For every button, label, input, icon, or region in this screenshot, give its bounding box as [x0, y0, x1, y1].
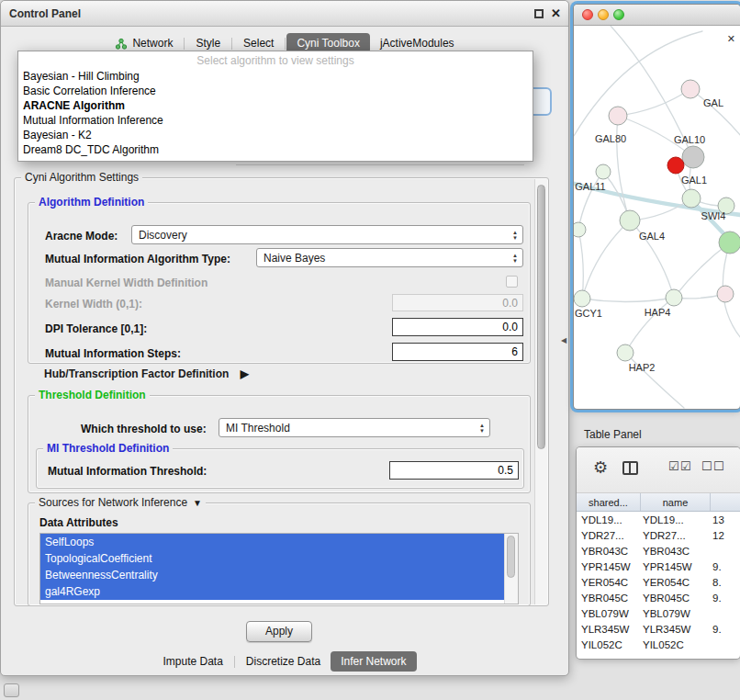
table-row[interactable]: YPR145WYPR145W9.: [577, 559, 740, 574]
minimize-traffic-light[interactable]: [598, 9, 609, 20]
mi-steps-field[interactable]: 6: [392, 343, 523, 361]
network-window-titlebar[interactable]: [574, 5, 740, 26]
table-cell: YBL079W: [577, 608, 641, 619]
table-row[interactable]: YDL19...YDL19...13: [577, 512, 740, 527]
network-canvas[interactable]: GALGAL80GAL10GAL11GAL1SWI4GAL4GCY1HAP4HA…: [574, 26, 740, 409]
sources-group-title[interactable]: Sources for Network Inference▼: [35, 496, 206, 509]
attribute-item-topologicalcoefficient[interactable]: TopologicalCoefficient: [40, 550, 505, 567]
close-traffic-light[interactable]: [582, 9, 593, 20]
combo-arrows-icon: ▲▼: [479, 423, 485, 434]
attribute-list-scrollbar[interactable]: [504, 534, 518, 604]
attribute-item-gal4rgexp[interactable]: gal4RGexp: [40, 583, 505, 600]
aracne-mode-select[interactable]: Discovery ▲▼: [131, 225, 523, 244]
mi-algorithm-type-select[interactable]: Naive Bayes ▲▼: [256, 248, 523, 267]
algorithm-option-dream8[interactable]: Dream8 DC_TDC Algorithm: [18, 142, 533, 157]
network-node-GAL11[interactable]: [596, 164, 611, 179]
threshold-definition-title: Threshold Definition: [35, 389, 150, 401]
table-cell: 9.: [711, 561, 740, 572]
tab-impute-data[interactable]: Impute Data: [152, 651, 232, 672]
network-node-HAP2[interactable]: [617, 344, 633, 361]
network-node-unnamed-left[interactable]: [574, 222, 586, 237]
column-header-partial[interactable]: [711, 493, 740, 511]
table-cell: YPR145W: [577, 561, 641, 572]
table-row[interactable]: YIL052CYIL052C: [577, 637, 740, 652]
network-node-unnamed-pink[interactable]: [717, 286, 734, 302]
dpi-tolerance-field[interactable]: 0.0: [392, 318, 523, 336]
mi-threshold-field[interactable]: 0.5: [389, 461, 519, 480]
tab-label: Infer Network: [341, 655, 406, 668]
tab-discretize-data[interactable]: Discretize Data: [236, 651, 331, 672]
network-node-GAL-top[interactable]: [681, 80, 700, 98]
table-settings-gear-icon[interactable]: ⚙: [593, 457, 608, 478]
table-cell: YER054C: [641, 577, 711, 588]
table-row[interactable]: YBR045CYBR045C9.: [577, 590, 740, 605]
select-all-columns-icon[interactable]: ☑: [668, 459, 679, 473]
collapse-down-arrow-icon[interactable]: ▼: [193, 498, 202, 508]
table-cell: YBR045C: [577, 593, 641, 604]
hub-transcription-factor-section[interactable]: Hub/Transcription Factor Definition ▶: [44, 367, 249, 380]
close-window-icon[interactable]: ✕: [551, 6, 561, 20]
network-node-unnamed-green[interactable]: [719, 231, 740, 254]
apply-button[interactable]: Apply: [246, 621, 312, 642]
table-row[interactable]: YDR27...YDR27...12: [577, 527, 740, 543]
kernel-width-field[interactable]: 0.0: [392, 294, 523, 311]
network-node-GCY1[interactable]: [574, 290, 590, 307]
table-cell: 9.: [711, 593, 740, 604]
network-edge: [582, 298, 674, 302]
tab-infer-network[interactable]: Infer Network: [331, 651, 416, 672]
algorithm-option-bayesian-k2[interactable]: Bayesian - K2: [18, 128, 533, 142]
network-node-GAL1[interactable]: [682, 189, 701, 208]
float-window-icon[interactable]: [534, 9, 544, 18]
tab-separator: [234, 656, 235, 668]
table-toolbar: ⚙ ☑ ☑ ☐ ☐: [577, 447, 740, 493]
network-node-GAL80[interactable]: [609, 107, 627, 125]
attribute-list-scrollbar-thumb[interactable]: [507, 536, 515, 578]
unselect-all-columns-icon[interactable]: ☐: [701, 459, 712, 473]
network-node-GAL4[interactable]: [620, 210, 640, 231]
expand-right-arrow-icon[interactable]: ▶: [241, 367, 249, 380]
network-node-GAL10[interactable]: [682, 146, 704, 168]
attribute-item-selfloops[interactable]: SelfLoops: [40, 534, 505, 550]
column-header-shared-name[interactable]: shared...: [577, 493, 641, 511]
tab-label: Network: [132, 37, 173, 50]
manual-kernel-width-checkbox[interactable]: [506, 276, 518, 288]
settings-scrollbar[interactable]: [534, 179, 547, 604]
dropdown-placeholder: Select algorithm to view settings: [18, 53, 533, 69]
table-cell: YDR27...: [641, 530, 711, 541]
node-label-HAP4: HAP4: [645, 307, 671, 318]
tab-label: Impute Data: [163, 655, 222, 668]
which-threshold-select[interactable]: MI Threshold ▲▼: [219, 418, 490, 437]
unselect-all-columns-icon-2: ☐: [713, 459, 724, 473]
algorithm-option-basic-correlation[interactable]: Basic Correlation Inference: [18, 84, 533, 98]
column-header-name[interactable]: name: [641, 493, 711, 511]
show-columns-icon[interactable]: [622, 461, 638, 475]
node-label-GAL10: GAL10: [674, 134, 705, 145]
algorithm-option-mutual-information[interactable]: Mutual Information Inference: [18, 113, 533, 128]
settings-group-title: Cyni Algorithm Settings: [21, 171, 142, 184]
network-edge: [625, 298, 674, 353]
settings-scrollbar-thumb[interactable]: [537, 185, 545, 449]
algorithm-option-aracne[interactable]: ARACNE Algorithm: [18, 98, 533, 113]
attribute-item-betweennesscentrality[interactable]: BetweennessCentrality: [40, 567, 505, 583]
algorithm-definition-group: Algorithm Definition Aracne Mode: Discov…: [28, 202, 531, 364]
network-node-HAP4[interactable]: [666, 289, 682, 306]
network-view-close-icon[interactable]: ✕: [727, 33, 735, 45]
hub-section-label: Hub/Transcription Factor Definition: [44, 367, 229, 380]
tab-separator: [285, 38, 286, 50]
table-body: YDL19...YDL19...13YDR27...YDR27...12YBR0…: [577, 512, 740, 659]
table-row[interactable]: YBR043CYBR043C: [577, 543, 740, 559]
sources-for-network-inference-group: Sources for Network Inference▼ Data Attr…: [28, 502, 531, 606]
algorithm-option-bayesian-hill-climbing[interactable]: Bayesian - Hill Climbing: [18, 69, 533, 84]
table-row[interactable]: YER054CYER054C8.: [577, 574, 740, 590]
tab-label: Select: [243, 37, 274, 50]
collapsed-panel-icon[interactable]: [4, 683, 19, 697]
network-node-unnamed-red[interactable]: [667, 157, 684, 174]
combo-value: MI Threshold: [226, 422, 290, 435]
window-title: Control Panel: [9, 7, 81, 20]
panel-splitter-collapse-arrow[interactable]: ◀: [561, 336, 566, 344]
network-tab-icon: [115, 38, 128, 50]
table-row[interactable]: YBL079WYBL079W: [577, 605, 740, 621]
control-panel-titlebar[interactable]: Control Panel ✕: [1, 1, 568, 27]
zoom-traffic-light[interactable]: [613, 9, 624, 20]
table-row[interactable]: YLR345WYLR345W9.: [577, 621, 740, 637]
